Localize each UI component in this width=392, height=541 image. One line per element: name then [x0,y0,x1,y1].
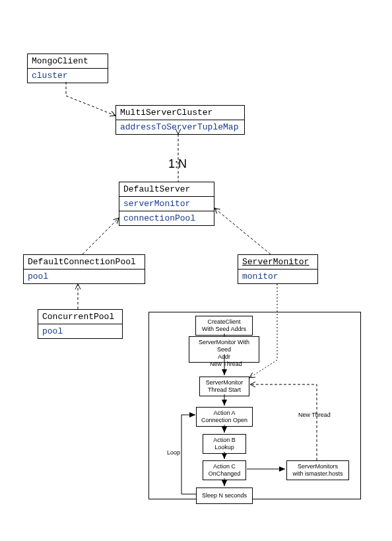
class-attr: serverMonitor [119,197,214,211]
flow-action-b: Action B Lookup [203,434,246,454]
class-attr: addressToServerTupleMap [116,120,244,134]
label-new-thread-1: New Thread [210,361,242,367]
flow-line: ServerMonitor With Seed [192,339,256,353]
label-loop: Loop [167,449,180,456]
flow-line: with ismaster.hosts [290,470,346,478]
class-default-server: DefaultServer serverMonitor connectionPo… [119,182,214,226]
flow-server-monitors: ServerMonitors with ismaster.hosts [286,460,349,480]
label-new-thread-2: New Thread [298,412,331,418]
class-concurrent-pool: ConcurrentPool pool [38,309,123,339]
flow-line: Addr [192,353,256,361]
class-attr: pool [38,324,122,338]
flow-server-monitor-seed: ServerMonitor With Seed Addr [189,336,259,363]
class-title: ServerMonitor [238,255,317,270]
flow-create-client: CreateClient With Seed Addrs [195,316,253,336]
class-default-connection-pool: DefaultConnectionPool pool [23,254,145,284]
flow-line: Action C [206,463,243,470]
flow-line: Connection Open [199,417,249,424]
flow-line: OnChanged [206,470,243,478]
flow-line: Lookup [206,444,243,451]
flow-sleep: Sleep N seconds [196,487,253,504]
flow-line: Thread Start [203,386,246,394]
ratio-label: 1:N [168,157,187,171]
class-title: ConcurrentPool [38,310,122,324]
flow-line: Action B [206,437,243,444]
flow-line: ServerMonitor [203,379,246,386]
class-attr: connectionPool [119,211,214,225]
flow-action-a: Action A Connection Open [196,407,253,427]
class-attr: pool [24,270,145,283]
class-title: MongoClient [28,54,108,69]
class-attr: monitor [238,270,317,283]
class-attr: cluster [28,69,108,83]
flow-line: With Seed Addrs [199,326,249,333]
class-mongo-client: MongoClient cluster [27,54,108,83]
class-title: DefaultConnectionPool [24,255,145,270]
class-multi-server-cluster: MultiServerCluster addressToServerTupleM… [115,105,245,135]
flow-line: Action A [199,410,249,417]
class-title: MultiServerCluster [116,106,244,120]
flow-thread-start: ServerMonitor Thread Start [199,377,249,396]
flow-line: CreateClient [199,318,249,326]
flow-action-c: Action C OnChanged [203,460,246,480]
flow-line: ServerMonitors [290,463,346,470]
class-server-monitor: ServerMonitor monitor [238,254,318,284]
flow-line: Sleep N seconds [199,492,249,499]
class-title: DefaultServer [119,182,214,197]
